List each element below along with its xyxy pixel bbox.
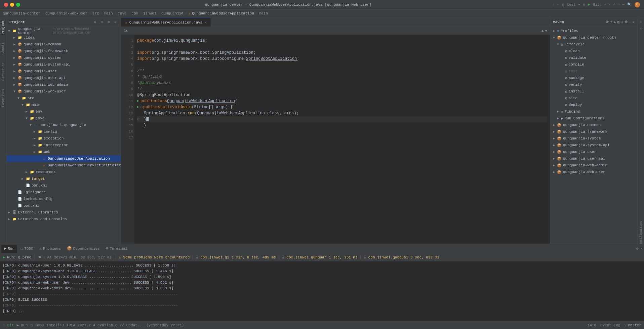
breadcrumb-item-4[interactable]: main (104, 11, 113, 15)
maven-compile[interactable]: ⚙ compile (550, 61, 637, 68)
breadcrumb-item-6[interactable]: com (131, 11, 138, 15)
tree-qunguanjia-framework[interactable]: ▶ 📦 qunguanjia-framework (7, 48, 121, 54)
tree-qunguanjia-user[interactable]: ▶ 📦 qunguanjia-user (7, 68, 121, 75)
maven-deploy[interactable]: ⚙ deploy (550, 101, 637, 108)
editor-tab-main-class[interactable]: ☕ QunguanjiaWebUserApplication.java ✕ (121, 18, 211, 27)
maven-profiles[interactable]: ▶ ⊕ Profiles (550, 28, 637, 34)
maven-package[interactable]: ⚙ package (550, 75, 637, 81)
maven-verify[interactable]: ⚙ verify (550, 81, 637, 88)
settings-icon[interactable]: ⚙ (106, 19, 111, 25)
breadcrumb-item-file[interactable]: ☕QunguanjiaWebUserApplication (189, 11, 254, 15)
statusbar-event-log[interactable]: Event Log (600, 323, 620, 327)
warning-4[interactable]: ⚠ com.jinwei.qunguai 3 sec, 833 ms (364, 255, 439, 259)
maven-site[interactable]: ⚙ site (550, 95, 637, 101)
breadcrumb-item-method[interactable]: main (259, 11, 268, 15)
maven-validate[interactable]: ⚙ validate (550, 54, 637, 61)
tab-close-icon[interactable]: ✕ (204, 20, 207, 25)
maven-plugins[interactable]: ▶ ⊞ Plugins (550, 108, 637, 115)
commit-tab[interactable]: Commit (1, 41, 6, 56)
maven-user-api[interactable]: ▶ 📦 qunguanjia-user-api (550, 155, 637, 162)
tree-lombok-config[interactable]: 📄 lombok.config (7, 196, 121, 202)
maven-system[interactable]: ▶ 📦 qunguanjia-system (550, 135, 637, 142)
tree-gitignore[interactable]: 📄 .gitignore (7, 189, 121, 196)
vcs-icon[interactable]: ↑ (552, 3, 555, 7)
tree-root-pom[interactable]: 📄 pom.xml (7, 202, 121, 209)
tab-todo[interactable]: ☐ TODO (18, 245, 36, 253)
maven-filter-icon[interactable]: ⟰ (625, 20, 628, 24)
run-gutter-11[interactable]: ▶ (137, 98, 139, 104)
undo-icon[interactable]: ↩ (622, 2, 625, 7)
close-button[interactable] (4, 3, 8, 7)
maven-exec-icon[interactable]: ▶ (614, 20, 616, 24)
maven-install[interactable]: ⚙ install (550, 88, 637, 95)
maven-framework[interactable]: ▶ 📦 qunguanjia-framework (550, 128, 637, 135)
tree-qunguanjia-user-api[interactable]: ▶ 📦 qunguanjia-user-api (7, 75, 121, 81)
maven-web-user[interactable]: ▶ 📦 qunguanjia-web-user (550, 169, 637, 175)
locate-icon[interactable]: ⊙ (92, 19, 98, 25)
maven-run-configurations[interactable]: ▶ ▶ Run Configurations (550, 115, 637, 122)
tree-config[interactable]: ▶ 📁 config (7, 128, 121, 135)
tree-interceptor[interactable]: ▶ 📁 interceptor (7, 142, 121, 149)
maximize-button[interactable] (16, 3, 20, 7)
tree-qunguanjia-web-admin[interactable]: ▶ 📦 qunguanjia-web-admin (7, 81, 121, 88)
code-content[interactable]: package com.jinwei.qunguanjia; import or… (134, 35, 550, 244)
breadcrumb-item-8[interactable]: qunguanjia (161, 11, 184, 15)
tab-run[interactable]: ▶ Run (1, 245, 17, 253)
build-icon[interactable]: ⚙ (583, 2, 585, 7)
breadcrumb-item-5[interactable]: java (118, 11, 126, 15)
maven-lifecycle[interactable]: ▼ ⊞ Lifecycle (550, 41, 637, 48)
tree-src[interactable]: ▼ 📁 src (7, 95, 121, 101)
maven-m-icon[interactable]: ɱ (617, 20, 620, 24)
tree-env[interactable]: ▶ 📁 env (7, 108, 121, 115)
statusbar-intellij-info[interactable]: IntelliJ IDEA 2021.2.4 available // Upda… (46, 323, 184, 327)
tree-external-libraries[interactable]: ▶ 🗄 External Libraries (7, 209, 121, 216)
run-button[interactable]: ▶ (588, 2, 590, 7)
tree-qunguanjia-common[interactable]: ▶ 📦 qunguanjia-common (7, 41, 121, 48)
tab-terminal[interactable]: ⊞ Terminal (103, 245, 130, 253)
tree-qunguanjia-system[interactable]: ▶ 📦 qunguanjia-system (7, 54, 121, 61)
tab-dependencies[interactable]: 📦 Dependencies (64, 245, 103, 253)
run-play-btn[interactable]: ▶ (3, 255, 5, 260)
breadcrumb-item-2[interactable]: qunguanjia-web-user (45, 11, 87, 15)
m-icon[interactable]: ɱ (562, 2, 564, 7)
user-icon[interactable]: U (635, 2, 640, 7)
tree-idea[interactable]: ▶ 📁 .idea (7, 34, 121, 41)
warning-2[interactable]: ⚠ com.jinwei.qi 1 min, 8 sec, 485 ms (196, 255, 276, 259)
maven-reload-icon[interactable]: ⟳ (606, 20, 609, 24)
tree-target[interactable]: ▶ 📁 target (7, 175, 121, 182)
statusbar-run-btn[interactable]: ▶ Run (16, 323, 28, 327)
breadcrumb-item-7[interactable]: jinwei (143, 11, 157, 15)
git-status[interactable]: Git: ✓ ✓ ✓ → (593, 2, 619, 7)
tree-resources[interactable]: ▶ 📁 resources (7, 169, 121, 175)
right-settings-icon[interactable]: ⚙ (638, 19, 644, 25)
tree-exception[interactable]: ▶ 📁 exception (7, 135, 121, 142)
structure-tab[interactable]: Structure (1, 61, 6, 82)
right-close-icon[interactable]: ✕ (638, 26, 644, 32)
tree-qunguanjia-system-api[interactable]: ▶ 📦 qunguanjia-system-api (7, 61, 121, 68)
breadcrumb-item-1[interactable]: qunguanjia-center (3, 11, 40, 15)
bottom-settings-icon[interactable]: ⚙ (636, 246, 639, 251)
bookmark-12[interactable]: ◯ (140, 104, 143, 110)
maven-test[interactable]: ⚙ test (550, 68, 637, 75)
minimize-button[interactable] (10, 3, 14, 7)
search-icon[interactable]: 🔍 (627, 2, 632, 7)
warning-3[interactable]: ⚠ com.jinwei.qunguar 1 sec, 251 ms (282, 255, 357, 259)
collapse-icon[interactable]: ≡ (99, 19, 105, 25)
maven-add-icon[interactable]: + (610, 20, 612, 24)
breadcrumb-item-3[interactable]: src (92, 11, 99, 15)
scroll-end-btn[interactable]: ↓ (43, 255, 45, 260)
tree-qunguanjia-web-user[interactable]: ▼ 📦 qunguanjia-web-user (7, 88, 121, 95)
maven-clean[interactable]: ⚙ clean (550, 48, 637, 54)
tree-scratches[interactable]: ▶ 📁 Scratches and Consoles (7, 216, 121, 222)
maven-common[interactable]: ▶ 📦 qunguanjia-common (550, 122, 637, 128)
warning-1[interactable]: ⚠ Some problems were encountered (119, 255, 190, 259)
favorites-tab[interactable]: Favorites (1, 87, 6, 108)
tab-problems[interactable]: ⚠ Problems (37, 245, 64, 253)
scroll-up-icon[interactable]: ▲ (541, 29, 544, 33)
tree-module-pom[interactable]: 📄 pom.xml (7, 182, 121, 189)
tree-main-class[interactable]: ☕ QunguanjiaWebUserApplication (7, 155, 121, 162)
statusbar-branch[interactable]: ⑂ master (624, 323, 641, 327)
tree-main[interactable]: ▼ 📁 main (7, 101, 121, 108)
maven-close-icon[interactable]: ✕ (632, 20, 635, 24)
maven-system-api[interactable]: ▶ 📦 qunguanjia-system-api (550, 142, 637, 149)
